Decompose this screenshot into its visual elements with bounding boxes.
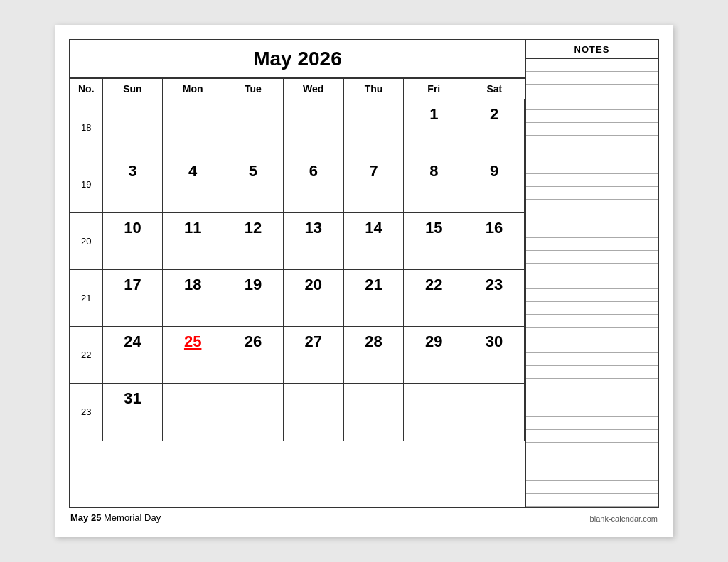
day-cell: 22	[404, 270, 464, 327]
week-number: 23	[70, 384, 102, 441]
note-line[interactable]	[526, 289, 658, 302]
day-cell: 25	[163, 327, 223, 384]
day-number: 24	[124, 333, 141, 351]
week-number: 22	[70, 327, 102, 384]
note-line[interactable]	[526, 123, 658, 136]
note-line[interactable]	[526, 148, 658, 161]
day-cell: 6	[283, 156, 343, 213]
note-line[interactable]	[526, 443, 658, 455]
day-cell: 17	[102, 270, 163, 327]
calendar-row: 2224252627282930	[70, 327, 525, 384]
note-line[interactable]	[526, 212, 658, 225]
note-line[interactable]	[526, 110, 658, 123]
note-line[interactable]	[526, 187, 658, 200]
note-line[interactable]	[526, 391, 658, 404]
note-line[interactable]	[526, 353, 658, 366]
day-number: 18	[184, 276, 201, 294]
day-number: 5	[249, 162, 257, 180]
note-line[interactable]	[526, 366, 658, 379]
day-number: 29	[425, 333, 442, 351]
day-number: 9	[490, 162, 498, 180]
week-number: 21	[70, 270, 102, 327]
day-cell: 2	[464, 99, 525, 156]
week-number: 19	[70, 156, 102, 213]
day-number: 27	[305, 333, 322, 351]
col-header-fri: Fri	[404, 79, 464, 99]
day-cell: 15	[404, 213, 464, 270]
day-number: 19	[245, 276, 262, 294]
col-header-tue: Tue	[223, 79, 284, 99]
day-number: 21	[365, 276, 382, 294]
note-line[interactable]	[526, 59, 658, 72]
note-line[interactable]	[526, 174, 658, 187]
main-container: May 2026 No. Sun Mon Tue Wed Thu Fri Sat	[69, 39, 659, 508]
note-line[interactable]	[526, 85, 658, 97]
footer-area: May 25 Memorial Day blank-calendar.com	[69, 512, 659, 523]
week-number: 18	[70, 99, 102, 156]
col-header-sun: Sun	[102, 79, 163, 99]
day-cell: 9	[464, 156, 525, 213]
day-number: 31	[124, 389, 141, 408]
note-line[interactable]	[526, 315, 658, 328]
note-line[interactable]	[526, 238, 658, 251]
day-cell: 26	[223, 327, 284, 384]
day-number: 16	[486, 219, 503, 237]
site-credit: blank-calendar.com	[590, 514, 658, 523]
note-line[interactable]	[526, 404, 658, 417]
note-line[interactable]	[526, 455, 658, 468]
note-line[interactable]	[526, 468, 658, 481]
note-line[interactable]	[526, 136, 658, 148]
note-line[interactable]	[526, 251, 658, 264]
day-number: 17	[124, 276, 141, 294]
col-header-no: No.	[70, 79, 102, 99]
notes-header: NOTES	[526, 40, 658, 59]
calendar-row: 1812	[70, 99, 525, 156]
day-cell: 27	[283, 327, 343, 384]
week-number: 20	[70, 213, 102, 270]
col-header-sat: Sat	[464, 79, 525, 99]
day-cell	[163, 99, 223, 156]
note-line[interactable]	[526, 200, 658, 212]
note-line[interactable]	[526, 481, 658, 494]
note-line[interactable]	[526, 276, 658, 289]
day-number: 7	[369, 162, 378, 180]
day-cell	[163, 384, 223, 441]
day-cell: 29	[404, 327, 464, 384]
day-number: 6	[309, 162, 318, 180]
note-line[interactable]	[526, 225, 658, 238]
day-cell: 30	[464, 327, 525, 384]
day-cell	[464, 384, 525, 441]
note-line[interactable]	[526, 161, 658, 174]
holiday-date: May 25	[70, 512, 101, 523]
day-number: 15	[425, 219, 442, 237]
day-number: 2	[490, 105, 498, 124]
day-cell: 28	[343, 327, 404, 384]
note-line[interactable]	[526, 379, 658, 391]
day-cell: 14	[343, 213, 404, 270]
day-number: 14	[365, 219, 382, 237]
note-line[interactable]	[526, 340, 658, 353]
day-cell	[343, 99, 404, 156]
day-cell: 1	[404, 99, 464, 156]
note-line[interactable]	[526, 97, 658, 110]
calendar-row: 2331	[70, 384, 525, 441]
day-number: 13	[305, 219, 322, 237]
day-cell	[283, 99, 343, 156]
day-number: 8	[429, 162, 438, 180]
day-cell: 10	[102, 213, 163, 270]
note-line[interactable]	[526, 417, 658, 430]
day-cell: 16	[464, 213, 525, 270]
day-number: 23	[486, 276, 503, 294]
note-line[interactable]	[526, 72, 658, 85]
day-number: 20	[305, 276, 322, 294]
day-number: 4	[188, 162, 197, 180]
note-line[interactable]	[526, 494, 658, 507]
note-line[interactable]	[526, 328, 658, 340]
note-line[interactable]	[526, 430, 658, 443]
day-cell: 13	[283, 213, 343, 270]
note-line[interactable]	[526, 302, 658, 315]
note-line[interactable]	[526, 264, 658, 276]
day-cell: 20	[283, 270, 343, 327]
day-number: 1	[429, 105, 438, 124]
day-cell: 23	[464, 270, 525, 327]
